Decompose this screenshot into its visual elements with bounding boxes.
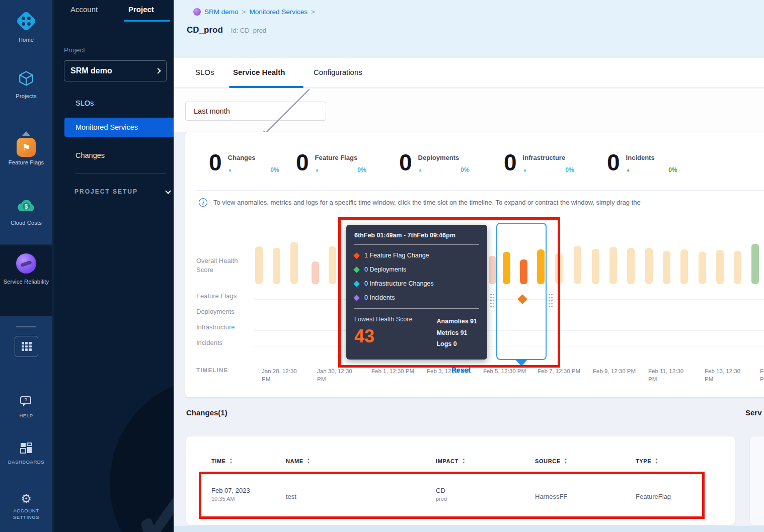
rail-item-dashboards[interactable]: DASHBOARDS <box>0 441 52 465</box>
rail-item-feature-flags[interactable]: ⚑ Feature Flags <box>0 138 52 165</box>
sort-icon[interactable]: ▲▼ <box>564 458 568 465</box>
health-score-bar[interactable] <box>489 256 496 284</box>
dashboards-icon <box>19 448 33 456</box>
sort-icon[interactable]: ▲▼ <box>655 458 658 465</box>
row-label-overall-health-score: Overall Health Score <box>196 256 253 274</box>
breadcrumb-project-link[interactable]: SRM demo <box>204 8 239 16</box>
trend-up-icon: ▲ <box>523 168 527 172</box>
health-score-bar[interactable] <box>716 250 724 284</box>
health-score-bar[interactable] <box>699 252 706 284</box>
health-score-bar[interactable] <box>627 248 635 284</box>
lowest-health-score-label: Lowest Health Score <box>354 316 412 323</box>
tooltip-time-range: 6thFeb 01:49am - 7thFeb 09:46pm <box>354 232 479 239</box>
cell-type: FeatureFlag <box>636 493 671 500</box>
stat-feature-flags: 0 Feature Flags ▲0% <box>296 151 366 174</box>
page-title-row: CD_prod Id: CD_prod <box>187 25 266 35</box>
watermark-check-icon: ✓ <box>130 468 174 532</box>
column-header-impact[interactable]: IMPACT ▲▼ <box>436 458 466 465</box>
timeline-tick: Feb 1, 12:30 PM <box>371 367 414 375</box>
health-score-bar[interactable] <box>255 246 263 284</box>
project-selector-value: SRM demo <box>70 66 156 75</box>
nav-tab-account[interactable]: Account <box>70 5 98 14</box>
cell-name: test <box>286 493 296 500</box>
health-score-bar[interactable] <box>273 248 280 284</box>
harness-logo-icon <box>15 10 37 34</box>
chevron-down-icon <box>165 188 171 194</box>
module-rail: Home Projects ⚑ Feature Flags <box>0 0 54 532</box>
timeline-tick: Feb 5, 12:30 PM <box>483 367 526 375</box>
stat-infrastructure: 0 Infrastructure ▲0% <box>504 151 574 174</box>
column-header-source[interactable]: SOURCE ▲▼ <box>535 458 568 465</box>
feature-flag-diamond-icon <box>353 252 360 259</box>
nav-item-slos[interactable]: SLOs <box>54 94 174 113</box>
timeline-info-text: To view anomalies, metrics and logs for … <box>213 199 641 206</box>
health-score-bar[interactable] <box>609 247 617 284</box>
health-score-bar[interactable] <box>555 253 563 284</box>
tooltip-metrics: Metrics 91 <box>436 327 477 339</box>
time-range-select[interactable]: Last month <box>185 102 326 121</box>
trend-up-icon: ▲ <box>228 168 233 172</box>
cell-impact: CD prod <box>436 487 447 502</box>
health-score-bar[interactable] <box>312 261 319 284</box>
tab-configurations[interactable]: Configurations <box>314 68 362 76</box>
rail-item-cloud-costs[interactable]: $ Cloud Costs <box>0 197 52 226</box>
trend-up-icon: ▲ <box>626 168 631 172</box>
timeline-tick: Jan 30, 12:30 PM <box>317 367 360 383</box>
sort-icon[interactable]: ▲▼ <box>230 458 233 465</box>
health-score-bar[interactable] <box>329 246 336 284</box>
deployments-diamond-icon <box>353 267 360 273</box>
reset-button[interactable]: Reset <box>451 366 471 374</box>
selection-pointer-icon <box>515 359 528 366</box>
health-score-bar[interactable] <box>574 246 581 284</box>
sort-icon[interactable]: ▲▼ <box>462 458 466 465</box>
select-chevron-down-icon <box>263 87 310 134</box>
row-label-infrastructure: Infrastructure <box>196 323 253 332</box>
health-score-bar[interactable] <box>645 248 653 284</box>
nav-project-setup[interactable]: PROJECT SETUP <box>74 188 170 195</box>
selection-left-grip[interactable] <box>490 293 495 308</box>
rail-label-help: HELP <box>0 413 52 418</box>
health-score-bar[interactable] <box>592 249 599 284</box>
health-score-bar[interactable] <box>734 251 741 284</box>
page-id: Id: CD_prod <box>231 27 266 34</box>
health-score-bar[interactable] <box>751 244 759 284</box>
row-label-incidents: Incidents <box>196 338 253 347</box>
time-window-selection[interactable] <box>496 223 547 360</box>
nav-tab-project[interactable]: Project <box>128 5 154 14</box>
tab-service-health[interactable]: Service Health <box>233 68 285 76</box>
row-label-feature-flags: Feature Flags <box>196 292 253 301</box>
rail-item-account-settings[interactable]: ⚙ ACCOUNT SETTINGS <box>0 493 52 521</box>
rail-item-service-reliability[interactable]: Service Reliability <box>0 253 52 286</box>
column-header-type[interactable]: TYPE ▲▼ <box>636 458 658 465</box>
project-scope-label: Project <box>64 46 85 54</box>
nav-item-changes[interactable]: Changes <box>54 146 174 165</box>
column-header-time[interactable]: TIME ▲▼ <box>211 458 233 465</box>
rail-label-projects: Projects <box>0 93 52 99</box>
selection-right-grip[interactable] <box>548 293 554 308</box>
health-score-bar[interactable] <box>290 242 298 284</box>
tooltip-item-incidents: 0 Incidents <box>354 294 479 301</box>
infrastructure-diamond-icon <box>353 281 360 287</box>
column-header-name[interactable]: NAME ▲▼ <box>286 458 311 465</box>
rail-item-help[interactable]: ? HELP <box>0 395 52 418</box>
stat-incidents: 0 Incidents ▲0% <box>607 151 677 174</box>
breadcrumb-monitored-services-link[interactable]: Monitored Services <box>249 8 308 16</box>
changes-section-title: Changes(1) <box>186 408 227 417</box>
nav-item-monitored-services[interactable]: Monitored Services <box>64 118 174 137</box>
timeline-tick: Feb 15, 12:30 PM <box>760 367 764 383</box>
module-switcher-button[interactable] <box>15 336 38 357</box>
rail-item-projects[interactable]: Projects <box>0 68 52 99</box>
app-window: Home Projects ⚑ Feature Flags <box>0 0 764 532</box>
timeline-tick: Jan 28, 12:30 PM <box>262 367 304 383</box>
sort-icon[interactable]: ▲▼ <box>307 458 311 465</box>
lowest-health-score-value: 43 <box>354 326 412 347</box>
project-selector[interactable]: SRM demo <box>64 60 167 81</box>
health-score-bar[interactable] <box>663 251 670 284</box>
tooltip-anomalies: Anamolies 91 <box>436 316 477 327</box>
health-score-bar[interactable] <box>680 249 688 284</box>
timeline-ticks: Jan 28, 12:30 PM Jan 30, 12:30 PM Feb 1,… <box>254 367 764 387</box>
tab-slos[interactable]: SLOs <box>195 68 214 76</box>
rail-item-home[interactable]: Home <box>0 10 52 43</box>
timeline-info-banner: i To view anomalies, metrics and logs fo… <box>199 198 641 207</box>
rail-scroll-up[interactable] <box>0 129 52 138</box>
